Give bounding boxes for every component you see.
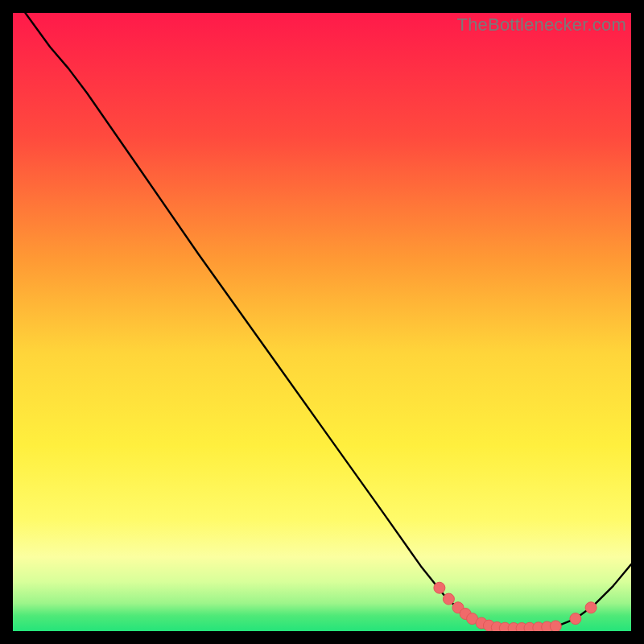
gradient-background [13,13,631,631]
chart-svg [13,13,631,631]
data-marker [434,582,445,593]
data-marker [585,602,597,613]
watermark-text: TheBottlenecker.com [457,14,626,35]
data-marker [550,621,561,631]
data-marker [570,613,581,625]
chart-frame: TheBottlenecker.com [13,13,631,631]
data-marker [443,593,454,605]
